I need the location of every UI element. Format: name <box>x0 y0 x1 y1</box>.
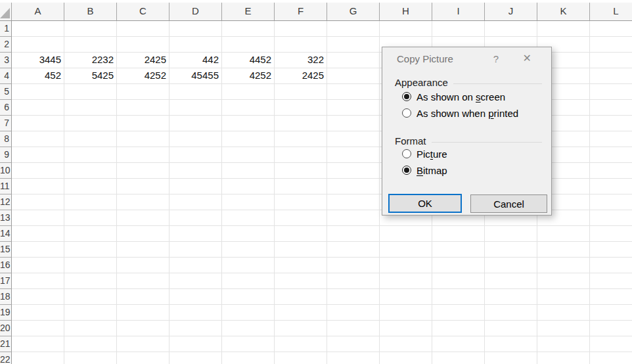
cell-D14[interactable] <box>169 226 222 242</box>
radio-picture[interactable]: Picture <box>402 148 447 160</box>
column-header-E[interactable]: E <box>222 3 275 20</box>
cell-F10[interactable] <box>275 163 327 179</box>
cell-D1[interactable] <box>169 21 222 37</box>
row-header-12[interactable]: 12 <box>0 194 12 210</box>
row-header-22[interactable]: 22 <box>0 352 12 364</box>
cell-G8[interactable] <box>327 131 380 147</box>
cell-L18[interactable] <box>590 289 632 305</box>
cell-H18[interactable] <box>380 289 432 305</box>
cell-A10[interactable] <box>12 163 64 179</box>
cell-A21[interactable] <box>12 336 64 352</box>
cell-C11[interactable] <box>117 179 169 194</box>
cell-A17[interactable] <box>12 273 64 289</box>
cell-J15[interactable] <box>485 242 537 258</box>
cell-D22[interactable] <box>169 352 222 364</box>
cell-B13[interactable] <box>64 210 117 226</box>
cell-D8[interactable] <box>169 131 222 147</box>
cell-L10[interactable] <box>590 163 632 179</box>
cell-F18[interactable] <box>275 289 327 305</box>
radio-as-shown-when-printed[interactable]: As shown when printed <box>402 107 518 119</box>
cell-L11[interactable] <box>590 179 632 194</box>
cell-F19[interactable] <box>275 305 327 321</box>
cell-L3[interactable] <box>590 53 632 68</box>
cell-C4[interactable]: 4252 <box>117 68 169 84</box>
cell-F15[interactable] <box>275 242 327 258</box>
cell-H19[interactable] <box>380 305 432 321</box>
cell-G18[interactable] <box>327 289 380 305</box>
cell-G4[interactable] <box>327 68 380 84</box>
cell-A13[interactable] <box>12 210 64 226</box>
cell-C5[interactable] <box>117 84 169 100</box>
row-header-2[interactable]: 2 <box>0 37 12 53</box>
row-header-18[interactable]: 18 <box>0 289 12 305</box>
row-header-19[interactable]: 19 <box>0 305 12 321</box>
cell-K15[interactable] <box>537 242 590 258</box>
cell-F5[interactable] <box>275 84 327 100</box>
cell-E3[interactable]: 4452 <box>222 53 275 68</box>
cell-F20[interactable] <box>275 321 327 336</box>
cell-A1[interactable] <box>12 21 64 37</box>
cell-G10[interactable] <box>327 163 380 179</box>
cell-C12[interactable] <box>117 194 169 210</box>
cell-B11[interactable] <box>64 179 117 194</box>
cell-L12[interactable] <box>590 194 632 210</box>
cell-C1[interactable] <box>117 21 169 37</box>
cell-E18[interactable] <box>222 289 275 305</box>
cell-A2[interactable] <box>12 37 64 53</box>
radio-unselected-icon[interactable] <box>402 149 411 158</box>
cell-E10[interactable] <box>222 163 275 179</box>
row-header-15[interactable]: 15 <box>0 242 12 258</box>
column-header-F[interactable]: F <box>275 3 327 20</box>
cell-A11[interactable] <box>12 179 64 194</box>
cell-A12[interactable] <box>12 194 64 210</box>
cell-I22[interactable] <box>432 352 485 364</box>
select-all-button[interactable] <box>0 3 12 20</box>
row-header-3[interactable]: 3 <box>0 53 12 68</box>
cell-B16[interactable] <box>64 258 117 273</box>
cell-F14[interactable] <box>275 226 327 242</box>
cell-E5[interactable] <box>222 84 275 100</box>
cell-H17[interactable] <box>380 273 432 289</box>
cell-G13[interactable] <box>327 210 380 226</box>
cell-H21[interactable] <box>380 336 432 352</box>
cell-E4[interactable]: 4252 <box>222 68 275 84</box>
cell-D5[interactable] <box>169 84 222 100</box>
cell-B6[interactable] <box>64 100 117 116</box>
cell-C2[interactable] <box>117 37 169 53</box>
cell-E13[interactable] <box>222 210 275 226</box>
cell-D4[interactable]: 45455 <box>169 68 222 84</box>
radio-unselected-icon[interactable] <box>402 108 411 118</box>
cell-H15[interactable] <box>380 242 432 258</box>
row-header-8[interactable]: 8 <box>0 131 12 147</box>
cell-K17[interactable] <box>537 273 590 289</box>
column-header-L[interactable]: L <box>590 3 632 20</box>
cell-C16[interactable] <box>117 258 169 273</box>
column-header-I[interactable]: I <box>432 3 485 20</box>
radio-as-shown-on-screen[interactable]: As shown on screen <box>402 91 505 102</box>
radio-selected-icon[interactable] <box>402 92 411 101</box>
cell-E15[interactable] <box>222 242 275 258</box>
cell-L13[interactable] <box>590 210 632 226</box>
column-header-G[interactable]: G <box>327 3 380 20</box>
cell-I19[interactable] <box>432 305 485 321</box>
cell-D3[interactable]: 442 <box>169 53 222 68</box>
column-header-C[interactable]: C <box>117 3 169 20</box>
cell-D20[interactable] <box>169 321 222 336</box>
cell-J16[interactable] <box>485 258 537 273</box>
cell-G14[interactable] <box>327 226 380 242</box>
cell-C15[interactable] <box>117 242 169 258</box>
cancel-button[interactable]: Cancel <box>470 194 547 213</box>
cell-I16[interactable] <box>432 258 485 273</box>
column-header-H[interactable]: H <box>380 3 432 20</box>
cell-A14[interactable] <box>12 226 64 242</box>
row-header-13[interactable]: 13 <box>0 210 12 226</box>
cell-A7[interactable] <box>12 116 64 131</box>
cell-E8[interactable] <box>222 131 275 147</box>
cell-F22[interactable] <box>275 352 327 364</box>
cell-I1[interactable] <box>432 21 485 37</box>
row-header-5[interactable]: 5 <box>0 84 12 100</box>
row-header-6[interactable]: 6 <box>0 100 12 116</box>
cell-L17[interactable] <box>590 273 632 289</box>
cell-L8[interactable] <box>590 131 632 147</box>
cell-D18[interactable] <box>169 289 222 305</box>
